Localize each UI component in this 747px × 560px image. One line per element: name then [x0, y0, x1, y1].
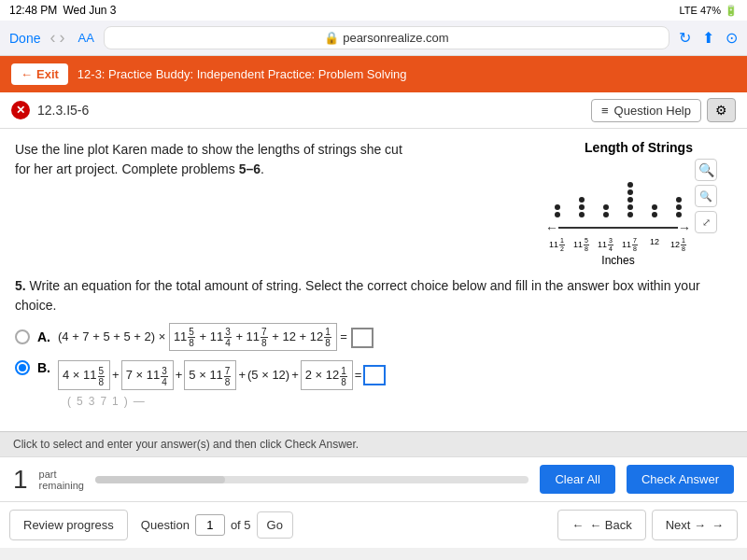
dot-column-6: [667, 196, 691, 218]
question-number-input[interactable]: [195, 514, 225, 536]
nav-arrows: ‹ ›: [49, 28, 64, 48]
problem-section-5: 5. Write an equation for the total amoun…: [15, 276, 732, 413]
browser-actions: ↻ ⬆ ⊙: [679, 29, 738, 47]
progress-bar-fill: [95, 476, 225, 483]
forward-arrow-icon[interactable]: ›: [59, 28, 64, 48]
question-id-area: ✕ 12.3.I5-6: [11, 101, 89, 119]
done-button[interactable]: Done: [9, 31, 40, 46]
axis-label-6: 1218: [667, 237, 691, 252]
dot-column-4: [618, 181, 642, 218]
choice-b-answer-box[interactable]: [363, 365, 386, 385]
gear-button[interactable]: ⚙: [707, 98, 736, 122]
info-text: Click to select and enter your answer(s)…: [13, 438, 359, 451]
question-help-button[interactable]: ≡ Question Help: [591, 99, 701, 122]
expand-button[interactable]: ⤢: [695, 211, 717, 233]
axis-label-3: 1134: [594, 237, 618, 252]
problem-number: 5. Write an equation for the total amoun…: [15, 276, 732, 315]
dot-column-5: [642, 203, 667, 218]
next-arrow-nav-icon: →: [712, 518, 724, 532]
date-display: Wed Jun 3: [63, 4, 116, 17]
clear-all-button[interactable]: Clear All: [540, 465, 614, 494]
bookmarks-icon[interactable]: ⊙: [726, 29, 738, 47]
exit-arrow-icon: ←: [21, 67, 33, 81]
question-header: ✕ 12.3.I5-6 ≡ Question Help ⚙: [0, 92, 747, 129]
app-header: ← Exit 12-3: Practice Buddy: Independent…: [0, 56, 747, 92]
question-navigation: Question of 5 Go: [141, 511, 293, 539]
axis-label-5: 12: [642, 237, 667, 252]
choice-b-row[interactable]: B. 4 × 1158 + 7 × 1134 + 5 × 1178 + (5 ×…: [15, 360, 732, 413]
choice-a-answer-box[interactable]: [351, 328, 374, 348]
browser-bar: Done ‹ › AA 🔒 pearsonrealize.com ↻ ⬆ ⊙: [0, 21, 747, 56]
url-bar[interactable]: 🔒 pearsonrealize.com: [104, 26, 669, 49]
axis-label-1: 1112: [545, 237, 570, 252]
of-total-label: of 5: [231, 518, 251, 532]
part-label: part remaining: [39, 469, 84, 491]
back-arrow-icon[interactable]: ‹: [49, 28, 55, 48]
url-text: pearsonrealize.com: [343, 31, 448, 45]
battery-icon: 🔋: [725, 5, 738, 17]
refresh-icon[interactable]: ↻: [679, 29, 691, 47]
question-label: Question: [141, 518, 190, 532]
choice-b-equation: 4 × 1158 + 7 × 1134 + 5 × 1178 + (5 × 12…: [58, 360, 386, 413]
next-button[interactable]: Next → →: [652, 510, 738, 540]
info-bar: Click to select and enter your answer(s)…: [0, 431, 747, 456]
dot-column-3: [594, 203, 618, 218]
choice-b-label: B.: [37, 360, 50, 375]
dot-column-1: [545, 203, 570, 218]
zoom-controls: 🔍 🔍 ⤢: [695, 159, 717, 233]
signal-display: LTE 47%: [680, 5, 721, 16]
go-button[interactable]: Go: [257, 511, 293, 539]
share-icon[interactable]: ⬆: [702, 29, 714, 47]
choice-a-equation: (4 + 7 + 5 + 5 + 2) × 1158 + 1134 + 1178…: [58, 323, 374, 351]
choice-a-row[interactable]: A. (4 + 7 + 5 + 5 + 2) × 1158 + 1134 + 1…: [15, 323, 732, 351]
dot-column-2: [570, 196, 594, 218]
axis-unit: Inches: [545, 254, 691, 267]
axis-label-4: 1178: [618, 237, 642, 252]
axis-labels: 1112 1158 1134 1178 12 1218: [545, 237, 691, 252]
question-id: 12.3.I5-6: [37, 103, 89, 118]
list-icon: ≡: [601, 104, 609, 118]
zoom-out-button[interactable]: 🔍: [695, 185, 717, 207]
back-arrow-nav-icon: ←: [571, 518, 584, 532]
bottom-nav: Review progress Question of 5 Go ← ← Bac…: [0, 501, 747, 548]
chart-area: Length of Strings: [545, 140, 732, 267]
close-icon[interactable]: ✕: [11, 101, 30, 119]
choice-a-label: A.: [37, 329, 50, 344]
line-plot: ← → 1112 1158 1134 1178 12 1218 Inch: [545, 162, 691, 267]
review-progress-button[interactable]: Review progress: [9, 510, 128, 540]
chart-title: Length of Strings: [545, 140, 732, 155]
problem-text: Use the line plot Karen made to show the…: [15, 140, 407, 179]
axis-label-2: 1158: [570, 237, 594, 252]
progress-bar: [95, 476, 529, 483]
choice-b-radio[interactable]: [15, 360, 30, 375]
status-bar: 12:48 PM Wed Jun 3 LTE 47% 🔋: [0, 0, 747, 21]
back-button[interactable]: ← ← Back: [557, 510, 646, 540]
part-number: 1: [13, 467, 28, 493]
main-content: Use the line plot Karen made to show the…: [0, 129, 747, 431]
choice-a-radio[interactable]: [15, 329, 30, 344]
app-title: 12-3: Practice Buddy: Independent Practi…: [78, 67, 407, 81]
zoom-in-button[interactable]: 🔍: [695, 159, 717, 181]
part-bar: 1 part remaining Clear All Check Answer: [0, 456, 747, 501]
text-size-button[interactable]: AA: [78, 31, 93, 45]
lock-icon: 🔒: [324, 31, 339, 45]
time-display: 12:48 PM: [9, 4, 57, 17]
settings-icon: ⚙: [715, 103, 727, 118]
check-answer-button[interactable]: Check Answer: [627, 465, 734, 494]
problem-intro: Use the line plot Karen made to show the…: [15, 140, 732, 267]
dot-area: [545, 162, 691, 218]
exit-button[interactable]: ← Exit: [11, 63, 68, 85]
